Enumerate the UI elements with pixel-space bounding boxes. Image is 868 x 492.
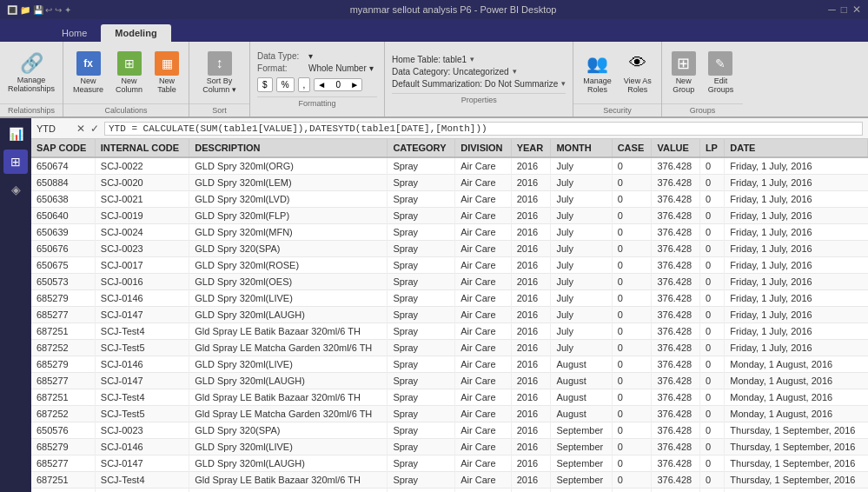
comma-btn[interactable]: , (298, 77, 311, 92)
table-cell: SCJ-0146 (95, 439, 189, 455)
table-cell: 0 (612, 224, 652, 241)
table-cell: SCJ-0021 (95, 191, 189, 208)
table-cell: SCJ-0147 (95, 307, 189, 323)
table-cell: 0 (699, 290, 724, 307)
table-cell: 685277 (31, 307, 95, 323)
table-cell: SCJ-0019 (95, 208, 189, 224)
table-cell: Friday, 1 July, 2016 (725, 340, 868, 356)
table-cell: 685279 (31, 439, 95, 455)
new-group-btn[interactable]: ⊞ NewGroup (667, 49, 700, 97)
table-cell: 2016 (511, 191, 551, 208)
col-date[interactable]: DATE (725, 139, 868, 157)
formula-cancel-icon[interactable]: ✕ (76, 123, 85, 135)
col-description[interactable]: DESCRIPTION (189, 139, 388, 157)
edit-groups-label: EditGroups (708, 77, 734, 95)
dollar-btn[interactable]: $ (257, 77, 273, 92)
table-cell: Spray (388, 455, 455, 472)
table-cell: SCJ-0016 (95, 274, 189, 290)
table-cell: 0 (699, 257, 724, 274)
new-table-btn[interactable]: ▦ NewTable (150, 49, 183, 97)
table-cell: 685279 (31, 356, 95, 373)
sidebar-icon-report[interactable]: 📊 (3, 122, 28, 146)
col-year[interactable]: YEAR (511, 139, 551, 157)
sidebar-icon-data[interactable]: ⊞ (3, 150, 28, 174)
sort-icon: ↕ (208, 51, 232, 76)
table-row: 650573SCJ-0016GLD Spry 320ml(OES)SprayAi… (31, 274, 868, 290)
formula-input-display[interactable]: YTD = CALCULATE(SUM(table1[VALUE]),DATES… (104, 122, 863, 136)
minimize-btn[interactable]: ─ (828, 3, 836, 16)
data-category-value[interactable]: Data Category: Uncategorized (392, 67, 509, 76)
table-cell: 0 (699, 241, 724, 257)
increase-decimal-btn[interactable]: ► (348, 79, 361, 90)
new-group-label: NewGroup (673, 77, 694, 95)
percent-btn[interactable]: % (276, 77, 295, 92)
formula-confirm-icon[interactable]: ✓ (90, 123, 99, 135)
table-cell: July (551, 208, 612, 224)
edit-groups-btn[interactable]: ✎ EditGroups (704, 49, 739, 97)
default-summarization-value[interactable]: Default Summarization: Do Not Summarize (392, 79, 558, 89)
table-cell: August (551, 373, 612, 389)
table-cell: Air Care (455, 191, 511, 208)
table-cell: Monday, 1 August, 2016 (725, 356, 868, 373)
sort-by-column-btn[interactable]: ↕ Sort ByColumn ▾ (198, 49, 242, 97)
table-cell: 2016 (511, 175, 551, 191)
table-cell: SCJ-0147 (95, 373, 189, 389)
table-cell: 2016 (511, 489, 551, 493)
col-internal-code[interactable]: INTERNAL CODE (95, 139, 189, 157)
table-cell: 0 (612, 257, 652, 274)
table-cell: Air Care (455, 389, 511, 406)
sidebar-icon-model[interactable]: ◈ (3, 177, 28, 202)
table-cell: 685279 (31, 290, 95, 307)
content-area: 📊 ⊞ ◈ YTD ✕ ✓ YTD = CALCULATE(SUM(table1… (0, 118, 868, 492)
table-container[interactable]: SAP CODE INTERNAL CODE DESCRIPTION CATEG… (31, 139, 868, 492)
table-cell: 2016 (511, 307, 551, 323)
table-cell: Thursday, 1 September, 2016 (725, 489, 868, 493)
manage-roles-btn[interactable]: 👥 ManageRoles (579, 49, 616, 97)
table-cell: Air Care (455, 422, 511, 439)
table-cell: 2016 (511, 422, 551, 439)
new-group-icon: ⊞ (672, 51, 696, 76)
new-measure-btn[interactable]: fx NewMeasure (69, 49, 108, 97)
table-cell: 0 (699, 356, 724, 373)
table-cell: July (551, 307, 612, 323)
table-cell: 650675 (31, 257, 95, 274)
title-bar: 🔳 📁 💾 ↩ ↪ ✦ myanmar sellout analysis P6 … (0, 0, 868, 19)
home-table-value[interactable]: Home Table: table1 (392, 55, 467, 64)
table-cell: 376.428 (652, 241, 699, 257)
sort-label: Sort ByColumn ▾ (202, 77, 236, 95)
table-cell: Spray (388, 175, 455, 191)
table-cell: 2016 (511, 406, 551, 422)
col-case[interactable]: CASE (612, 139, 652, 157)
col-sap-code[interactable]: SAP CODE (31, 139, 95, 157)
new-column-btn[interactable]: ⊞ NewColumn (111, 49, 147, 97)
col-division[interactable]: DIVISION (455, 139, 511, 157)
tab-home[interactable]: Home (48, 24, 101, 42)
table-cell: Air Care (455, 307, 511, 323)
table-cell: GLD Spry 320ml(ROSE) (189, 257, 388, 274)
tab-modeling[interactable]: Modeling (101, 24, 170, 42)
table-cell: Spray (388, 340, 455, 356)
close-btn[interactable]: ✕ (852, 3, 861, 16)
table-cell: SCJ-0146 (95, 290, 189, 307)
sort-group-label: Sort (189, 103, 249, 116)
data-type-value[interactable]: ▾ (308, 51, 313, 61)
decrease-decimal-btn[interactable]: ◄ (315, 79, 328, 90)
decimal-input[interactable] (328, 80, 348, 90)
table-cell: July (551, 257, 612, 274)
col-category[interactable]: CATEGORY (388, 139, 455, 157)
col-lp[interactable]: LP (699, 139, 724, 157)
formula-bar: YTD ✕ ✓ YTD = CALCULATE(SUM(table1[VALUE… (31, 118, 868, 139)
table-cell: 2016 (511, 257, 551, 274)
table-cell: 650884 (31, 175, 95, 191)
format-value[interactable]: Whole Number ▾ (308, 63, 373, 73)
view-as-roles-btn[interactable]: 👁 View AsRoles (620, 49, 656, 97)
col-value[interactable]: VALUE (652, 139, 699, 157)
table-cell: SCJ-0146 (95, 356, 189, 373)
table-row: 685279SCJ-0146GLD Spry 320ml(LIVE)SprayA… (31, 356, 868, 373)
edit-groups-icon: ✎ (708, 51, 732, 76)
table-cell: Spray (388, 323, 455, 340)
manage-relationships-btn[interactable]: 🔗 ManageRelationships (3, 50, 59, 96)
col-month[interactable]: MONTH (551, 139, 612, 157)
table-cell: SCJ-0024 (95, 224, 189, 241)
maximize-btn[interactable]: □ (841, 3, 847, 16)
